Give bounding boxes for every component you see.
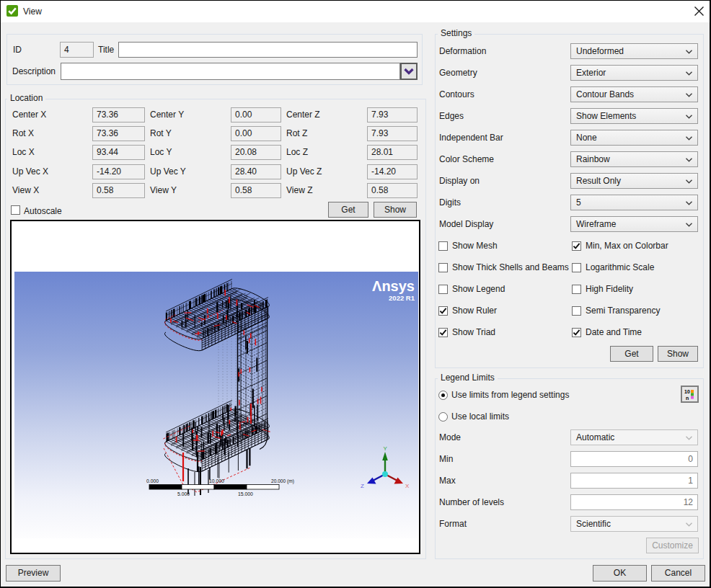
svg-text:5.000: 5.000 — [177, 491, 190, 496]
svg-text:20.000 (m): 20.000 (m) — [271, 478, 294, 484]
svg-text:Y: Y — [384, 445, 388, 452]
svg-text:15.000: 15.000 — [238, 491, 253, 496]
svg-text:n: n — [686, 396, 689, 401]
svg-text:0.000: 0.000 — [146, 478, 159, 484]
svg-text:10: 10 — [684, 389, 690, 394]
svg-text:Z: Z — [361, 483, 364, 489]
svg-text:2022 R1: 2022 R1 — [389, 294, 415, 302]
svg-text:X: X — [405, 483, 410, 489]
svg-text:10.000: 10.000 — [209, 478, 224, 484]
svg-text:Λnsys: Λnsys — [372, 278, 415, 294]
